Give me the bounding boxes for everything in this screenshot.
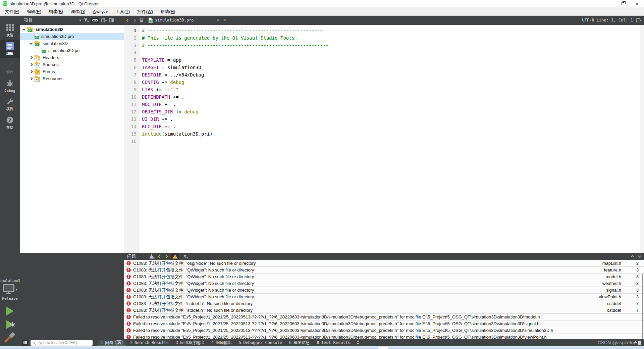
output-pane-application-output[interactable]: 3应用程序输出 xyxy=(173,340,207,346)
code-line[interactable]: 13UI_DIR += . xyxy=(124,115,644,123)
menu-item-2[interactable]: 构建(B) xyxy=(45,7,67,16)
tree-item-label: Sources xyxy=(43,62,59,67)
menu-item-7[interactable]: 帮助(H) xyxy=(157,7,179,16)
mode-help[interactable]: ?帮助 xyxy=(0,113,20,132)
code-token: # --------------------------------------… xyxy=(142,28,323,33)
debug-run-button[interactable] xyxy=(6,320,14,329)
issue-row[interactable]: !C1083: 无法打开包括文件: "QWidget": No such fil… xyxy=(124,280,644,287)
chevron-down-icon[interactable] xyxy=(30,41,33,45)
tree-item-simulation3D[interactable]: Qtsimulation3D xyxy=(20,40,124,47)
menu-item-4[interactable]: Analyze xyxy=(89,7,112,16)
issue-row[interactable]: !C1083: 无法打开包括文件: "QWidget": No such fil… xyxy=(124,287,644,294)
error-icon: ! xyxy=(126,301,131,306)
filter-funnel-icon[interactable] xyxy=(183,254,188,259)
previous-issue-icon[interactable] xyxy=(158,255,162,258)
collapse-up-icon[interactable] xyxy=(631,255,634,259)
code-line[interactable]: 15include(simulation3D.pri) xyxy=(124,130,644,138)
close-panel-icon[interactable] xyxy=(109,18,114,22)
output-pane-test-results[interactable]: 8Test Results xyxy=(314,340,353,346)
minimize-button[interactable] xyxy=(602,0,616,7)
pane-updown-icon[interactable] xyxy=(357,341,359,345)
pane-key: 8 xyxy=(317,340,319,345)
locator-input[interactable] xyxy=(35,340,91,345)
issue-row[interactable]: !C1083: 无法打开包括文件: "osg/Node": No such fi… xyxy=(124,260,644,267)
mode-welcome[interactable]: 欢迎 xyxy=(0,21,20,40)
split-editor-icon[interactable] xyxy=(636,18,641,22)
output-pane-search-results[interactable]: 2Search Results xyxy=(127,340,171,346)
show-warnings-icon[interactable] xyxy=(171,253,179,259)
issue-row[interactable]: !C1083: 无法打开包括文件: "stddef.h": No such fi… xyxy=(124,300,644,307)
issue-row[interactable]: !Failed to resolve include "E:/5_Project… xyxy=(124,334,644,339)
clean-icon[interactable] xyxy=(149,254,155,259)
tree-item-simulation3D[interactable]: Qtsimulation3D xyxy=(20,26,124,33)
code-line[interactable]: 6TARGET = simulation3D xyxy=(124,64,644,71)
close-button[interactable]: ✕ xyxy=(630,0,644,7)
mode-debug[interactable]: Debug xyxy=(0,77,20,95)
locator[interactable] xyxy=(31,340,93,346)
split-add-icon[interactable] xyxy=(101,18,107,22)
issues-scrollbar[interactable] xyxy=(642,274,643,339)
issue-row[interactable]: !C1083: 无法打开包括文件: "QWidget": No such fil… xyxy=(124,267,644,273)
pane-dropdown-icon[interactable]: ▾ xyxy=(79,18,81,22)
issue-row[interactable]: !Failed to resolve include "E:/5_Project… xyxy=(124,327,644,334)
tree-item-Headers[interactable]: hHeaders xyxy=(20,54,124,61)
issue-row[interactable]: !Failed to resolve include "E:/5_Project… xyxy=(124,314,644,320)
menu-item-6[interactable]: 控件(W) xyxy=(133,7,157,16)
next-issue-icon[interactable] xyxy=(165,255,168,258)
code-line[interactable]: 4 xyxy=(124,49,644,56)
tree-item-Resources[interactable]: #Resources xyxy=(20,75,124,82)
code-line[interactable]: 1# -------------------------------------… xyxy=(124,27,644,34)
code-line[interactable]: 10DEPENDPATH += . xyxy=(124,93,644,101)
line-number: 11 xyxy=(124,101,140,108)
code-line[interactable]: 16 xyxy=(124,138,644,145)
link-editor-icon[interactable] xyxy=(91,18,99,23)
menu-item-3[interactable]: 调试(D) xyxy=(67,7,89,16)
run-button[interactable] xyxy=(6,307,14,315)
sidebar-pane-title[interactable]: 项目 xyxy=(24,17,33,23)
go-forward-icon[interactable] xyxy=(133,18,136,22)
filter-icon[interactable] xyxy=(84,18,89,22)
code-token: MOC_DIR xyxy=(142,102,162,107)
tree-item-simulation3D.pro[interactable]: Qtsimulation3D.pro xyxy=(20,33,124,40)
tree-item-simulation3D.pri[interactable]: Qtsimulation3D.pri xyxy=(20,47,124,54)
output-pane-debugger-console[interactable]: 5Debugger Console xyxy=(236,340,285,346)
issue-row[interactable]: !C1083: 无法打开包括文件: "stddef.h": No such fi… xyxy=(124,307,644,314)
tree-item-Sources[interactable]: C+Sources xyxy=(20,61,124,68)
code-editor[interactable]: 1# -------------------------------------… xyxy=(124,25,644,253)
chevron-right-icon[interactable] xyxy=(30,56,33,59)
output-pane-compile-output[interactable]: 4编译输出 xyxy=(208,340,235,346)
chevron-right-icon[interactable] xyxy=(30,70,33,73)
go-back-icon[interactable] xyxy=(126,18,130,22)
code-line[interactable]: 12OBJECTS_DIR += debug xyxy=(124,108,644,115)
mode-edit[interactable]: 编辑 xyxy=(0,40,20,58)
code-line[interactable]: 9LIBS += -L"." xyxy=(124,86,644,93)
kit-selector[interactable] xyxy=(3,284,17,295)
issue-row[interactable]: !Failed to resolve include "E:/5_Project… xyxy=(124,320,644,327)
tab-close-icon[interactable]: × xyxy=(223,18,226,22)
maximize-button[interactable] xyxy=(616,0,630,7)
issue-row[interactable]: !C1083: 无法打开包括文件: "QWidget": No such fil… xyxy=(124,294,644,300)
code-line[interactable]: 3# -------------------------------------… xyxy=(124,42,644,49)
code-line[interactable]: 8CONFIG += debug xyxy=(124,79,644,86)
code-line[interactable]: 7DESTDIR = ../x64/Debug xyxy=(124,71,644,79)
chevron-right-icon[interactable] xyxy=(30,77,33,81)
chevron-right-icon[interactable] xyxy=(30,63,33,66)
output-pane-summary-info[interactable]: 6概要信息 xyxy=(286,340,313,346)
menu-item-0[interactable]: 文件(F) xyxy=(1,7,23,16)
code-line[interactable]: 14RCC_DIR += . xyxy=(124,123,644,130)
build-button[interactable] xyxy=(5,333,15,343)
menu-item-1[interactable]: 编辑(E) xyxy=(23,7,45,16)
menu-item-5[interactable]: 工具(T) xyxy=(112,7,134,16)
tree-item-Forms[interactable]: Forms xyxy=(20,68,124,75)
output-pane-issues[interactable]: 1问题16 xyxy=(98,340,126,346)
mode-projects[interactable]: 项目 xyxy=(0,95,20,113)
collapse-down-icon[interactable] xyxy=(638,254,641,258)
code-line[interactable]: 2# This file is generated by the Qt Visu… xyxy=(124,34,644,42)
issue-row[interactable]: !C1083: 无法打开包括文件: "QWidget": No such fil… xyxy=(124,273,644,280)
code-line[interactable]: 11MOC_DIR += . xyxy=(124,101,644,108)
chevron-down-icon[interactable] xyxy=(22,27,26,31)
sidebar-toggle-button[interactable] xyxy=(22,340,28,346)
tab-simulation3d-pro[interactable]: Qt simulation3D.pro ▾ × xyxy=(148,16,226,25)
tab-dropdown-icon[interactable]: ▾ xyxy=(217,18,219,22)
code-line[interactable]: 5TEMPLATE = app xyxy=(124,56,644,64)
